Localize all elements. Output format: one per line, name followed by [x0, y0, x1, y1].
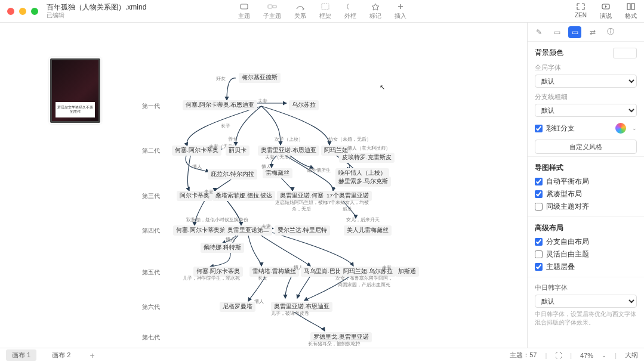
- node-rebeca[interactable]: 丽贝卡: [226, 146, 249, 156]
- cursor-pointer-icon: ↖: [380, 83, 385, 91]
- close-window-button[interactable]: [7, 8, 14, 15]
- node-remedios-m[interactable]: 雷梅黛丝: [263, 168, 292, 178]
- toolbar-zen-button[interactable]: ZEN: [575, 2, 587, 20]
- add-sheet-button[interactable]: +: [86, 351, 98, 360]
- toolbar-center: 主题 子主题 关系 框架 外框 标记 插入: [238, 2, 406, 20]
- book-thumbnail[interactable]: 若贝尔文学奖经久不衰的杰作: [50, 58, 100, 123]
- node-melquiades[interactable]: 梅尔基亚德斯: [239, 73, 281, 83]
- edge-spouse-1: 夫妻: [258, 98, 267, 104]
- bottombar: 画布 1 画布 2 + 主题：57 | ⛶ | 47% ⌄ | 大纲: [0, 348, 644, 362]
- svg-rect-6: [631, 4, 634, 10]
- node-remedios-beauty[interactable]: 美人儿雷梅黛丝: [344, 225, 392, 236]
- edge-second-son: 次子（上校）: [275, 136, 303, 143]
- book-thumbnail-caption: 若贝尔文学奖经久不衰的杰作: [56, 102, 95, 117]
- node-gaston[interactable]: 加斯通: [395, 267, 419, 277]
- node-nigromanta[interactable]: 尼格罗曼塔: [220, 302, 255, 312]
- toolbar-topic-button[interactable]: 主题: [238, 2, 250, 20]
- node-petra[interactable]: 佩特娜.科特斯: [201, 243, 244, 253]
- caption-aurebab: 儿子，破译羊皮卷: [271, 310, 309, 317]
- node-ursula[interactable]: 乌尔苏拉: [289, 100, 319, 110]
- node-fernanda[interactable]: 费尔兰达.特里尼特: [275, 225, 330, 236]
- svg-rect-3: [322, 4, 329, 10]
- svg-rect-2: [273, 5, 276, 8]
- same-level-align-label: 同级主题对齐: [546, 202, 589, 212]
- global-font-select[interactable]: 默认: [535, 75, 637, 88]
- branch-width-select[interactable]: 默认: [535, 104, 637, 117]
- toolbar-insert-button[interactable]: 插入: [395, 2, 406, 20]
- same-level-align-checkbox[interactable]: [535, 203, 543, 211]
- gen-label-6: 第六代: [138, 302, 164, 313]
- free-branch-checkbox[interactable]: [535, 238, 543, 246]
- outline-button[interactable]: 大纲: [625, 351, 638, 360]
- section-cjk-font: 中日韩字体 默认 中日韩字体，设置后将优化与西文字体混合排版的字体效果。: [528, 277, 644, 329]
- caption-17sons: 17个未知女人，均被追杀: [323, 199, 371, 212]
- custom-style-button[interactable]: 自定义风格: [535, 140, 637, 154]
- bg-color-label: 背景颜色: [535, 48, 563, 57]
- section-background: 背景颜色 全局字体 默认 分支线粗细 默认 彩虹分支 ⌄ 自定义风格: [528, 42, 644, 157]
- guide-header: 导图样式: [535, 163, 637, 173]
- node-pilar[interactable]: 庇拉尔.特尔内拉: [208, 169, 257, 180]
- svg-rect-1: [268, 5, 272, 8]
- node-jose-buendia-1[interactable]: 何塞.阿尔卡蒂奥.布恩迪亚: [183, 100, 257, 110]
- svg-rect-5: [627, 4, 630, 10]
- topic-overlap-checkbox[interactable]: [535, 263, 543, 271]
- sidebar-tab-brush-icon[interactable]: ✎: [532, 26, 546, 38]
- sheet-tab-2[interactable]: 画布 2: [46, 349, 76, 361]
- cjk-font-select[interactable]: 默认: [535, 295, 637, 308]
- bg-color-swatch[interactable]: [613, 48, 637, 58]
- section-advanced-layout: 高级布局 分支自由布局 灵活自由主题 主题层叠: [528, 217, 644, 277]
- sidebar-tab-info-icon[interactable]: ⓘ: [604, 26, 617, 38]
- toolbar-subtopic-button[interactable]: 子主题: [263, 2, 281, 20]
- edge-eldest: 长子: [221, 123, 230, 129]
- rainbow-checkbox[interactable]: [535, 125, 543, 132]
- node-herineldo[interactable]: 赫里索多.马尔克斯: [335, 177, 391, 187]
- chevron-down-icon[interactable]: ⌄: [632, 125, 637, 131]
- node-pietro[interactable]: 皮埃特罗.克雷斯皮: [339, 153, 395, 163]
- auto-balance-checkbox[interactable]: [535, 178, 543, 185]
- sidebar-tab-style-icon[interactable]: ▭: [550, 26, 563, 38]
- cjk-font-label: 中日韩字体: [535, 283, 637, 292]
- edge-lover-petra: 情人: [226, 236, 235, 243]
- sheet-tab-1[interactable]: 画布 1: [6, 349, 36, 361]
- zoom-level[interactable]: 47%: [580, 352, 593, 359]
- rainbow-color-button[interactable]: [615, 123, 626, 134]
- zoom-chevron-icon[interactable]: ⌄: [602, 352, 606, 358]
- sidebar-tab-map-icon[interactable]: ▭: [568, 26, 581, 38]
- toolbar-marker-label: 标记: [369, 12, 381, 20]
- toolbar-marker-button[interactable]: 标记: [369, 2, 381, 20]
- toolbar-format-button[interactable]: 格式: [625, 2, 637, 20]
- toolbar-zen-label: ZEN: [575, 12, 587, 18]
- window-subtitle: 已编辑: [47, 12, 146, 19]
- branch-width-label: 分支线粗细: [535, 92, 637, 101]
- edge-friend: 好友: [216, 75, 226, 82]
- canvas[interactable]: 若贝尔文学奖经久不衰的杰作 ↖ 第一代 第二代 第三代 第四代 第五代 第六代 …: [0, 23, 527, 348]
- titlebar: 百年孤独（人物关系图）.xmind 已编辑 主题 子主题 关系 框架 外框 标记: [0, 0, 644, 23]
- toolbar-present-label: 演说: [600, 12, 612, 20]
- toolbar-boundary-button[interactable]: 框架: [319, 2, 331, 20]
- node-santa-sofia[interactable]: 桑塔索菲娅.德拉.彼达: [212, 191, 275, 201]
- edge-spouse-4: 夫妻: [261, 223, 271, 230]
- free-topic-checkbox[interactable]: [535, 250, 543, 258]
- window-controls: [7, 8, 38, 15]
- section-guide-style: 导图样式 自动平衡布局 紧凑型布局 同级主题对齐: [528, 157, 644, 217]
- sidebar-tab-settings-icon[interactable]: ⇄: [586, 26, 599, 38]
- toolbar-summary-button[interactable]: 外框: [344, 2, 356, 20]
- maximize-window-button[interactable]: [31, 8, 38, 15]
- caption-meme: 长女: [258, 275, 267, 281]
- gen-label-5: 第五代: [138, 267, 164, 278]
- minimize-window-button[interactable]: [19, 8, 26, 15]
- rainbow-label: 彩虹分支: [546, 123, 575, 134]
- compact-layout-checkbox[interactable]: [535, 190, 543, 198]
- toolbar-format-label: 格式: [625, 12, 637, 20]
- node-meme[interactable]: 雷纳塔.雷梅黛丝: [249, 267, 299, 277]
- map-mode-icon[interactable]: ⛶: [555, 352, 562, 359]
- sidebar-tabs: ✎ ▭ ▭ ⇄ ⓘ: [528, 23, 644, 42]
- edge-pilar-lover-1: 情人: [192, 163, 202, 170]
- caption-remedios-b: 女儿，后来升天: [346, 216, 380, 223]
- edge-spouse-5: 夫妻: [382, 264, 392, 271]
- caption-jose4: 儿子，神学院学生，溺水死: [183, 275, 240, 281]
- gen-label-7: 第七代: [138, 332, 164, 343]
- toolbar-present-button[interactable]: 演说: [600, 2, 612, 20]
- toolbar-relation-label: 关系: [294, 12, 306, 20]
- toolbar-relation-button[interactable]: 关系: [294, 2, 306, 20]
